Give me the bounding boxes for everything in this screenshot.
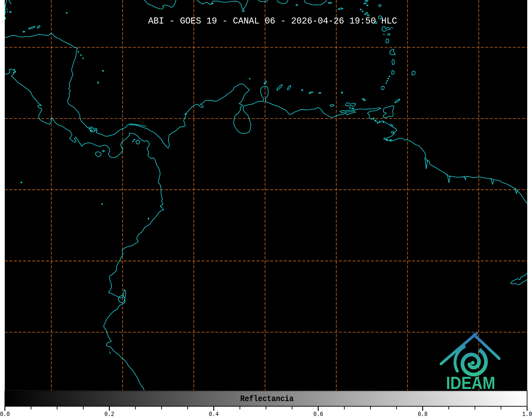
svg-text:IDEAM: IDEAM	[446, 373, 495, 393]
svg-text:0.8: 0.8	[418, 411, 428, 417]
svg-text:ABI - GOES 19 - CANAL 06 - 202: ABI - GOES 19 - CANAL 06 - 2026-04-26 19…	[148, 16, 397, 26]
svg-text:0.2: 0.2	[104, 411, 114, 417]
svg-text:0.6: 0.6	[313, 411, 323, 417]
svg-text:0.0: 0.0	[0, 411, 10, 417]
svg-text:0.4: 0.4	[209, 411, 219, 417]
svg-text:Reflectancia: Reflectancia	[240, 394, 294, 404]
svg-text:1.0: 1.0	[522, 411, 532, 417]
